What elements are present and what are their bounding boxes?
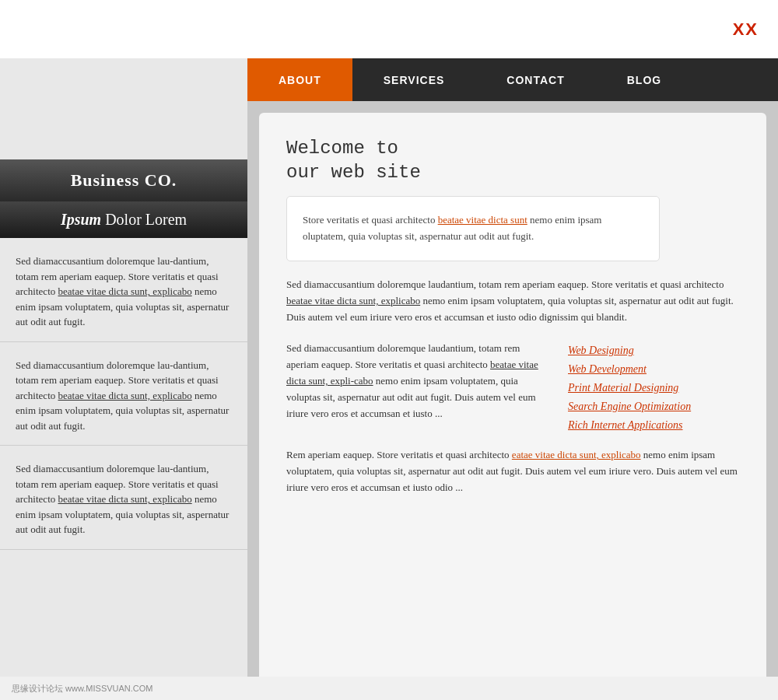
sidebar-subtitle-rest: Dolor Lorem — [101, 211, 187, 228]
sidebar-block-1: Sed diamaccusantium doloremque lau-danti… — [0, 238, 247, 342]
content-panel: Welcome to our web site Store veritatis … — [259, 113, 766, 688]
intro-box: Store veritatis et quasi architecto beat… — [286, 196, 660, 261]
two-col-section: Sed diamaccusantium doloremque laudantiu… — [286, 341, 739, 432]
nav-item-blog[interactable]: BLOG — [596, 58, 692, 101]
nav-item-contact[interactable]: CONTACT — [475, 58, 595, 101]
services-list: Web Designing Web Development Print Mate… — [568, 341, 739, 432]
paragraph-1: Sed diamaccusantium doloremque laudantiu… — [286, 277, 739, 325]
sidebar-block-3: Sed diamaccusantium doloremque lau-danti… — [0, 446, 247, 550]
sidebar-block-2: Sed diamaccusantium doloremque lau-danti… — [0, 342, 247, 446]
service-web-designing[interactable]: Web Designing — [568, 345, 739, 357]
intro-link[interactable]: beatae vitae dicta sunt — [438, 214, 527, 226]
footer-text: 思缘设计论坛 www.MISSVUAN.COM — [12, 683, 153, 695]
top-bar: XX — [0, 0, 778, 58]
p3-before: Rem aperiam eaquep. Store veritatis et q… — [286, 449, 512, 460]
p1-before: Sed diamaccusantium doloremque laudantiu… — [286, 278, 724, 290]
nav-item-services[interactable]: SERVICES — [352, 58, 476, 101]
intro-text-before: Store veritatis et quasi architecto — [303, 214, 438, 226]
welcome-line2: our web site — [286, 160, 739, 184]
content-area: ABOUT SERVICES CONTACT BLOG Welcome to o… — [247, 58, 778, 700]
sidebar-block-1-link[interactable]: beatae vitae dicta sunt, explicabo — [58, 285, 192, 297]
footer: 思缘设计论坛 www.MISSVUAN.COM — [0, 677, 778, 700]
sidebar-block-2-link[interactable]: beatae vitae dicta sunt, explicabo — [58, 390, 192, 401]
main-layout: Business CO. Ipsum Dolor Lorem Sed diama… — [0, 58, 778, 700]
close-button[interactable]: XX — [733, 19, 759, 40]
two-col-left: Sed diamaccusantium doloremque laudantiu… — [286, 341, 552, 432]
paragraph-1-extra: Duis autem vel eum iriure vero eros et a… — [286, 310, 739, 326]
paragraph-3: Rem aperiam eaquep. Store veritatis et q… — [286, 447, 739, 495]
nav-bar: ABOUT SERVICES CONTACT BLOG — [247, 58, 778, 101]
p2-before: Sed diamaccusantium doloremque laudantiu… — [286, 342, 520, 370]
sidebar-subtitle-em: Ipsum — [61, 211, 101, 228]
service-ria[interactable]: Rich Internet Applications — [568, 419, 739, 432]
sidebar: Business CO. Ipsum Dolor Lorem Sed diama… — [0, 58, 247, 700]
sidebar-subtitle: Ipsum Dolor Lorem — [0, 201, 247, 238]
sidebar-block-3-link[interactable]: beatae vitae dicta sunt, explicabo — [58, 493, 192, 505]
welcome-line1: Welcome to — [286, 136, 739, 160]
welcome-heading: Welcome to our web site — [286, 136, 739, 184]
paragraph-1-text: Sed diamaccusantium doloremque laudantiu… — [286, 277, 739, 310]
p1-link[interactable]: beatae vitae dicta sunt, explicabo — [286, 295, 420, 306]
service-web-development[interactable]: Web Development — [568, 363, 739, 376]
service-print-material[interactable]: Print Material Designing — [568, 382, 739, 394]
p1-after: nemo enim ipsam voluptatem, quia volupta… — [420, 295, 734, 306]
sidebar-title: Business CO. — [0, 159, 247, 201]
nav-item-about[interactable]: ABOUT — [247, 58, 352, 101]
p3-link[interactable]: eatae vitae dicta sunt, explicabo — [512, 449, 641, 460]
service-seo[interactable]: Search Engine Optimization — [568, 401, 739, 413]
